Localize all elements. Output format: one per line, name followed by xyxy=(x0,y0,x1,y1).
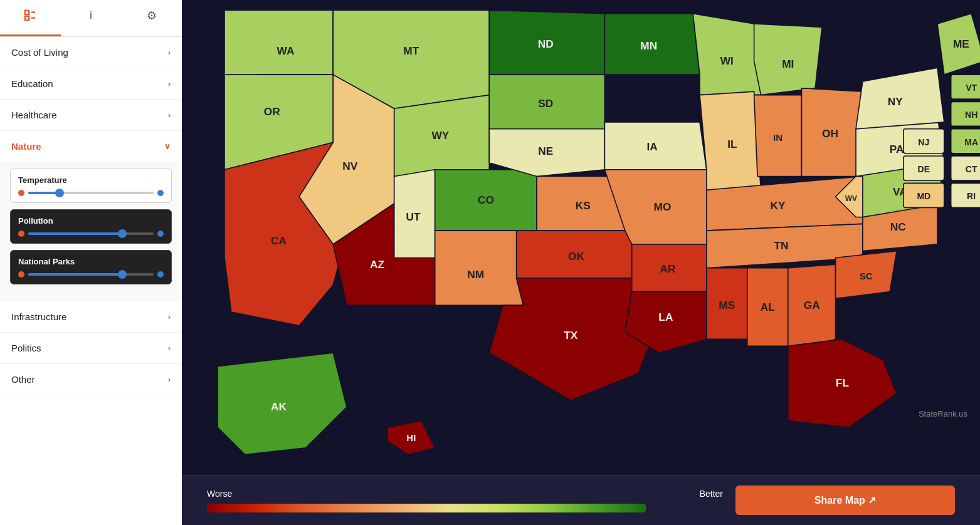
slider-left-dot-pollution xyxy=(18,231,24,237)
slider-right-dot-temperature xyxy=(157,190,164,196)
slider-track-pollution[interactable] xyxy=(28,232,154,235)
slider-thumb-pollution[interactable] xyxy=(118,229,127,238)
state-md[interactable] xyxy=(904,183,944,207)
legend-labels: Worse Better xyxy=(207,489,723,499)
state-ga[interactable] xyxy=(788,264,836,353)
state-oh[interactable] xyxy=(801,88,862,177)
chevron-other: › xyxy=(168,375,171,384)
slider-right-dot-national-parks xyxy=(157,271,164,278)
state-nd[interactable] xyxy=(489,10,604,75)
state-ak[interactable] xyxy=(218,353,347,454)
menu-label-other: Other xyxy=(11,374,35,385)
menu-item-education[interactable]: Education › xyxy=(0,68,182,100)
state-wi[interactable] xyxy=(693,14,761,95)
chevron-cost-living: › xyxy=(168,48,171,57)
chevron-healthcare: › xyxy=(168,110,171,120)
chevron-education: › xyxy=(168,79,171,88)
list-icon xyxy=(23,9,37,26)
menu-item-infrastructure[interactable]: Infrastructure › xyxy=(0,301,182,333)
state-vt[interactable] xyxy=(951,75,980,99)
tab-info[interactable]: i xyxy=(61,0,122,36)
state-me[interactable] xyxy=(937,14,980,75)
state-mn[interactable] xyxy=(604,14,700,75)
slider-track-national-parks[interactable] xyxy=(28,273,154,276)
menu-label-cost-living: Cost of Living xyxy=(11,47,68,58)
state-sc[interactable] xyxy=(836,251,897,299)
state-hi[interactable] xyxy=(387,420,435,454)
menu-label-healthcare: Healthcare xyxy=(11,110,57,120)
menu-item-cost-living[interactable]: Cost of Living › xyxy=(0,37,182,68)
menu-item-healthcare[interactable]: Healthcare › xyxy=(0,100,182,131)
state-in[interactable] xyxy=(754,95,802,177)
state-ri[interactable] xyxy=(951,183,980,207)
menu-label-infrastructure: Infrastructure xyxy=(11,311,66,322)
state-ma[interactable] xyxy=(951,129,980,153)
state-ut[interactable] xyxy=(394,170,435,258)
svg-rect-1 xyxy=(25,16,29,20)
filter-pollution: Pollution xyxy=(10,209,172,244)
state-ar[interactable] xyxy=(632,244,707,292)
chevron-politics: › xyxy=(168,343,171,353)
gear-icon: ⚙ xyxy=(147,9,157,23)
info-icon: i xyxy=(90,9,92,22)
state-fl[interactable] xyxy=(788,339,897,427)
filter-temperature: Temperature xyxy=(10,169,172,203)
chevron-nature: ∨ xyxy=(164,142,171,151)
nature-expanded-panel: Temperature Pollution xyxy=(0,162,182,301)
menu-item-politics[interactable]: Politics › xyxy=(0,333,182,364)
state-al[interactable] xyxy=(747,268,788,346)
menu-label-nature: Nature xyxy=(11,141,41,152)
slider-right-dot-pollution xyxy=(157,231,164,237)
slider-thumb-temperature[interactable] xyxy=(55,189,64,197)
slider-fill-pollution xyxy=(28,232,122,235)
state-co[interactable] xyxy=(435,170,537,231)
tab-list[interactable] xyxy=(0,0,61,36)
share-map-label: Share Map ↗ xyxy=(814,494,876,506)
state-ia[interactable] xyxy=(604,122,706,170)
state-wy[interactable] xyxy=(394,95,490,177)
slider-left-dot-temperature xyxy=(18,190,24,196)
menu-label-education: Education xyxy=(11,78,53,89)
state-de[interactable] xyxy=(904,156,944,180)
map-container[interactable]: WA OR CA ID NV AZ MT WY UT xyxy=(182,0,980,475)
state-nj[interactable] xyxy=(904,129,944,153)
sidebar: i ⚙ Cost of Living › Education › Healthc… xyxy=(0,0,182,525)
pollution-slider-row xyxy=(18,231,164,237)
state-nm[interactable] xyxy=(435,231,524,305)
state-ok[interactable] xyxy=(517,231,646,278)
menu-item-other[interactable]: Other › xyxy=(0,364,182,395)
bottom-bar: Worse Better Share Map ↗ xyxy=(182,475,980,525)
state-il[interactable] xyxy=(700,91,761,190)
menu-label-politics: Politics xyxy=(11,343,41,353)
legend-worse-label: Worse xyxy=(207,489,232,499)
slider-left-dot-national-parks xyxy=(18,271,24,278)
slider-thumb-national-parks[interactable] xyxy=(118,270,127,279)
svg-rect-0 xyxy=(25,11,29,14)
main-content: WA OR CA ID NV AZ MT WY UT xyxy=(182,0,980,525)
state-sd[interactable] xyxy=(489,75,604,129)
national-parks-slider-row xyxy=(18,271,164,278)
map-legend: Worse Better xyxy=(207,489,723,512)
slider-track-temperature[interactable] xyxy=(28,192,154,194)
state-ct[interactable] xyxy=(951,156,980,180)
menu-item-nature[interactable]: Nature ∨ xyxy=(0,131,182,162)
temperature-slider-row xyxy=(18,190,164,196)
national-parks-label: National Parks xyxy=(18,257,164,266)
temperature-label: Temperature xyxy=(18,175,164,185)
legend-gradient-bar xyxy=(207,504,646,512)
tab-settings[interactable]: ⚙ xyxy=(121,0,182,36)
pollution-label: Pollution xyxy=(18,216,164,226)
us-map-svg: WA OR CA ID NV AZ MT WY UT xyxy=(182,0,980,475)
state-ny[interactable] xyxy=(856,68,944,128)
chevron-infrastructure: › xyxy=(168,312,171,321)
state-mi[interactable] xyxy=(754,24,822,95)
slider-fill-national-parks xyxy=(28,273,122,276)
sidebar-header: i ⚙ xyxy=(0,0,182,37)
legend-better-label: Better xyxy=(700,489,723,499)
state-nh[interactable] xyxy=(951,101,980,126)
filter-national-parks: National Parks xyxy=(10,250,172,284)
share-map-button[interactable]: Share Map ↗ xyxy=(735,486,955,515)
state-ms[interactable] xyxy=(707,268,747,340)
